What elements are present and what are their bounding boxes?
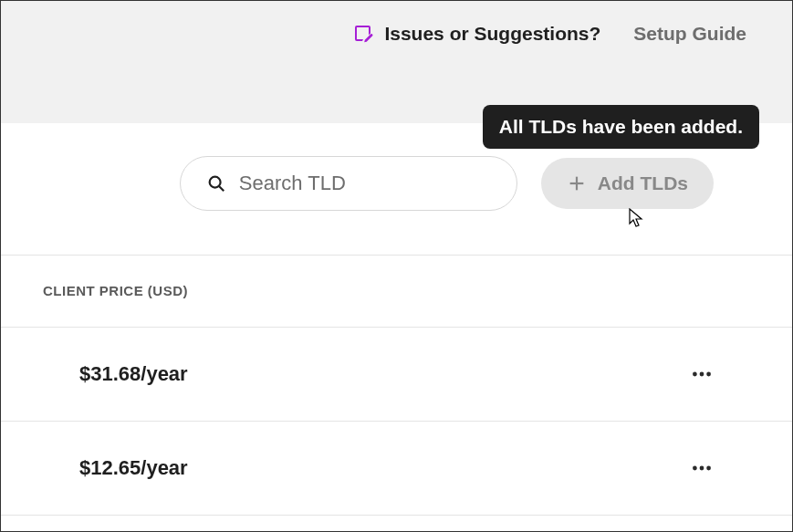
svg-point-9 xyxy=(706,466,711,471)
setup-guide-link[interactable]: Setup Guide xyxy=(633,23,746,45)
row-more-button[interactable] xyxy=(690,456,714,480)
plus-icon xyxy=(567,173,587,193)
svg-point-8 xyxy=(700,466,704,471)
table-area: CLIENT PRICE (USD) $31.68/year $12.65/ye… xyxy=(1,255,792,516)
svg-point-7 xyxy=(693,466,697,471)
search-icon xyxy=(206,173,226,193)
table-row: $12.65/year xyxy=(1,422,792,516)
tooltip-all-tlds: All TLDs have been added. xyxy=(483,105,759,149)
price-value: $31.68/year xyxy=(79,362,188,386)
issues-suggestions-link[interactable]: Issues or Suggestions? xyxy=(353,23,600,45)
svg-point-4 xyxy=(693,372,697,377)
price-value: $12.65/year xyxy=(79,456,188,480)
add-tlds-label: Add TLDs xyxy=(598,172,688,194)
add-tlds-button[interactable]: Add TLDs xyxy=(541,158,714,209)
svg-point-6 xyxy=(706,372,711,377)
tooltip-text: All TLDs have been added. xyxy=(499,116,743,137)
search-input[interactable] xyxy=(239,172,491,195)
svg-point-5 xyxy=(700,372,704,377)
row-more-button[interactable] xyxy=(690,362,714,386)
more-horizontal-icon xyxy=(690,456,714,480)
issues-label: Issues or Suggestions? xyxy=(384,23,600,45)
svg-point-0 xyxy=(210,177,221,188)
table-header: CLIENT PRICE (USD) xyxy=(1,256,792,328)
search-wrap[interactable] xyxy=(180,156,517,211)
svg-line-1 xyxy=(219,186,224,191)
table-row: $31.68/year xyxy=(1,328,792,422)
note-edit-icon xyxy=(353,23,375,45)
column-header-client-price: CLIENT PRICE (USD) xyxy=(43,283,188,298)
more-horizontal-icon xyxy=(690,362,714,386)
